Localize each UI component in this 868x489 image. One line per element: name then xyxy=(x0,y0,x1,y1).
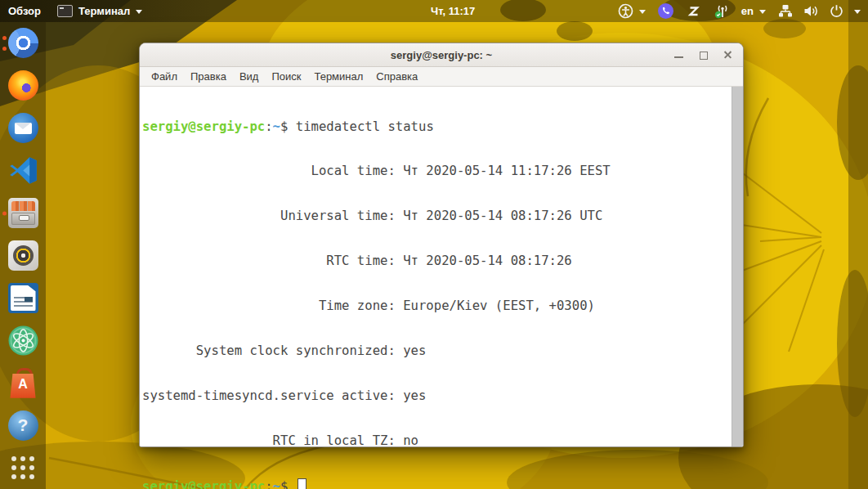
rhythmbox-icon xyxy=(8,240,38,271)
dock-item-rhythmbox[interactable] xyxy=(0,235,46,277)
minimize-button[interactable] xyxy=(673,50,684,61)
volume-icon xyxy=(803,4,819,18)
accessibility-icon xyxy=(618,3,633,19)
keyboard-layout-button[interactable]: en xyxy=(741,5,766,17)
app-menu-label: Терминал xyxy=(78,5,130,17)
maximize-button[interactable] xyxy=(698,50,709,61)
software-letter: A xyxy=(8,377,38,392)
atom-icon xyxy=(8,325,38,356)
dock-item-show-applications[interactable] xyxy=(0,446,46,489)
terminal-command-line: sergiy@sergiy-pc:~$ timedatectl status xyxy=(142,119,730,134)
menu-file[interactable]: Файл xyxy=(145,69,184,84)
prompt-symbol: $ xyxy=(280,119,296,134)
command-text: timedatectl status xyxy=(296,119,434,134)
terminal-output-line: RTC time: Чт 2020-05-14 08:17:26 xyxy=(142,253,730,268)
menu-terminal[interactable]: Терминал xyxy=(307,69,369,84)
terminal-output-line: Local time: Чт 2020-05-14 11:17:26 EEST xyxy=(142,164,730,178)
system-menu-button[interactable] xyxy=(778,4,861,18)
dock-item-thunderbird[interactable] xyxy=(0,107,46,150)
files-icon xyxy=(8,198,38,228)
prompt-user: sergiy@sergiy-pc xyxy=(142,479,265,489)
z-app-tray-icon[interactable] xyxy=(687,5,700,18)
help-icon: ? xyxy=(8,410,38,441)
terminal-text: sergiy@sergiy-pc:~$ timedatectl status L… xyxy=(142,89,730,446)
activities-button[interactable]: Обзор xyxy=(8,5,41,17)
clock-label: Чт, 11:17 xyxy=(431,5,475,17)
top-panel: Обзор Терминал Чт, 11:17 xyxy=(0,0,868,22)
window-controls xyxy=(673,43,733,66)
libreoffice-writer-icon xyxy=(8,283,38,313)
help-question-mark: ? xyxy=(8,410,38,441)
chevron-down-icon xyxy=(759,10,766,14)
system-tray xyxy=(658,3,729,19)
terminal-window: sergiy@sergiy-pc: ~ Файл Правка Вид Поис… xyxy=(139,43,744,447)
menu-view[interactable]: Вид xyxy=(233,69,266,84)
thunderbird-icon xyxy=(8,113,38,143)
dock-item-atom[interactable] xyxy=(0,319,46,361)
sync-status-tray-icon[interactable] xyxy=(714,4,729,19)
chevron-down-icon xyxy=(854,10,861,14)
menu-help[interactable]: Справка xyxy=(369,69,424,84)
dock: A ? xyxy=(0,22,46,489)
dock-item-ubuntu-software[interactable]: A xyxy=(0,361,46,404)
prompt-user: sergiy@sergiy-pc xyxy=(142,119,265,134)
clock-button[interactable]: Чт, 11:17 xyxy=(431,0,475,22)
firefox-icon xyxy=(8,70,38,101)
terminal-prompt-line: sergiy@sergiy-pc:~$ xyxy=(142,478,730,489)
wired-network-icon xyxy=(778,4,793,18)
running-indicator xyxy=(2,211,7,215)
menu-edit[interactable]: Правка xyxy=(184,69,233,84)
prompt-path: ~ xyxy=(273,479,280,489)
menu-bar: Файл Правка Вид Поиск Терминал Справка xyxy=(140,67,743,87)
prompt-separator: : xyxy=(265,119,272,134)
prompt-separator: : xyxy=(265,479,272,489)
chevron-down-icon xyxy=(639,10,646,14)
dock-item-chromium[interactable] xyxy=(0,22,46,65)
prompt-symbol: $ xyxy=(280,479,296,489)
app-menu-button[interactable]: Терминал xyxy=(57,5,142,17)
terminal-output-line: Universal time: Чт 2020-05-14 08:17:26 U… xyxy=(142,209,730,223)
ubuntu-software-icon: A xyxy=(8,368,38,398)
window-titlebar[interactable]: sergiy@sergiy-pc: ~ xyxy=(140,43,743,67)
prompt-path: ~ xyxy=(273,119,280,134)
dock-item-files[interactable] xyxy=(0,192,46,235)
terminal-output-line: RTC in local TZ: no xyxy=(142,433,730,448)
terminal-cursor xyxy=(298,478,306,489)
chromium-icon xyxy=(8,28,38,58)
accessibility-menu-button[interactable] xyxy=(618,3,646,19)
menu-search[interactable]: Поиск xyxy=(265,69,307,84)
show-applications-icon xyxy=(11,456,34,479)
terminal-scrollbar[interactable] xyxy=(732,87,743,446)
close-button[interactable] xyxy=(723,50,733,61)
viber-tray-icon[interactable] xyxy=(658,3,673,19)
dock-item-libreoffice-writer[interactable] xyxy=(0,276,46,319)
vscode-icon xyxy=(8,155,38,186)
terminal-output-line: System clock synchronized: yes xyxy=(142,343,730,358)
terminal-output-line: systemd-timesyncd.service active: yes xyxy=(142,388,730,403)
terminal-app-icon xyxy=(57,5,73,17)
dock-item-help[interactable]: ? xyxy=(0,404,46,446)
window-title: sergiy@sergiy-pc: ~ xyxy=(391,49,492,61)
activities-label: Обзор xyxy=(8,5,41,17)
keyboard-layout-label: en xyxy=(741,5,754,17)
power-icon xyxy=(830,4,843,18)
terminal-output-line: Time zone: Europe/Kiev (EEST, +0300) xyxy=(142,298,730,313)
dock-item-firefox[interactable] xyxy=(0,65,46,107)
running-indicator xyxy=(2,36,7,51)
dock-item-vscode[interactable] xyxy=(0,150,46,192)
terminal-content[interactable]: sergiy@sergiy-pc:~$ timedatectl status L… xyxy=(140,87,743,446)
chevron-down-icon xyxy=(136,10,142,14)
